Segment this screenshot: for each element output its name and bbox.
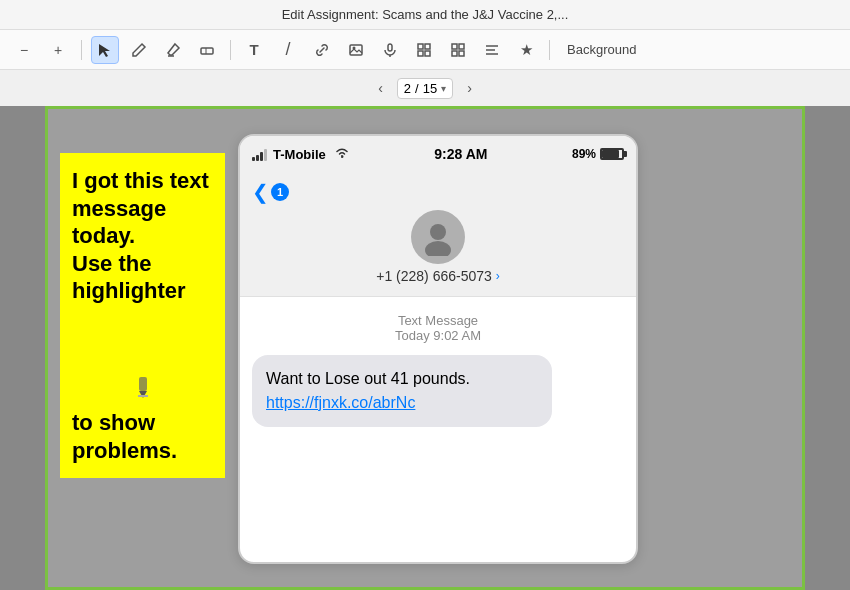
highlighter-tool-button[interactable] bbox=[159, 36, 187, 64]
nav-bar: ‹ 2 / 15 ▾ › bbox=[0, 70, 850, 106]
back-chevron-icon: ❮ bbox=[252, 180, 269, 204]
svg-rect-18 bbox=[139, 377, 147, 391]
message-meta: Text Message Today 9:02 AM bbox=[252, 313, 624, 343]
svg-rect-5 bbox=[388, 44, 392, 51]
page-selector[interactable]: 2 / 15 ▾ bbox=[397, 78, 453, 99]
pen-tool-button[interactable] bbox=[125, 36, 153, 64]
svg-rect-12 bbox=[459, 44, 464, 49]
highlighter-icon bbox=[165, 42, 181, 58]
zoom-in-button[interactable]: + bbox=[44, 36, 72, 64]
shapes-icon bbox=[416, 42, 432, 58]
title-text: Edit Assignment: Scams and the J&J Vacci… bbox=[282, 7, 569, 22]
phone-header-top: ❮ 1 bbox=[252, 180, 624, 204]
total-pages: 15 bbox=[423, 81, 437, 96]
current-page: 2 bbox=[404, 81, 411, 96]
svg-rect-13 bbox=[452, 51, 457, 56]
svg-rect-14 bbox=[459, 51, 464, 56]
text-tool-button[interactable]: T bbox=[240, 36, 268, 64]
toolbar: − + T / bbox=[0, 30, 850, 70]
star-tool-button[interactable]: ★ bbox=[512, 36, 540, 64]
status-time: 9:28 AM bbox=[434, 146, 487, 162]
signal-bar-3 bbox=[260, 152, 263, 161]
select-tool-button[interactable] bbox=[91, 36, 119, 64]
message-area: Text Message Today 9:02 AM Want to Lose … bbox=[240, 297, 636, 497]
pen-icon bbox=[131, 42, 147, 58]
image-icon bbox=[348, 42, 364, 58]
page-separator: / bbox=[415, 81, 419, 96]
chevron-down-icon: ▾ bbox=[441, 83, 446, 94]
grid-icon bbox=[450, 42, 466, 58]
message-type: Text Message bbox=[252, 313, 624, 328]
message-date: Today 9:02 AM bbox=[252, 328, 624, 343]
signal-bar-2 bbox=[256, 155, 259, 161]
next-page-button[interactable]: › bbox=[461, 78, 478, 98]
phone-status-bar: T-Mobile 9:28 AM 89% bbox=[240, 136, 636, 172]
eraser-icon bbox=[199, 42, 215, 58]
message-link[interactable]: https://fjnxk.co/abrNc bbox=[266, 394, 415, 411]
shapes-tool-button[interactable] bbox=[410, 36, 438, 64]
align-icon bbox=[484, 42, 500, 58]
contact-name: +1 (228) 666-5073 › bbox=[376, 268, 500, 284]
svg-rect-11 bbox=[452, 44, 457, 49]
phone-mockup: T-Mobile 9:28 AM 89% bbox=[238, 134, 638, 564]
wifi-icon bbox=[334, 146, 350, 163]
title-bar: Edit Assignment: Scams and the J&J Vacci… bbox=[0, 0, 850, 30]
svg-point-21 bbox=[430, 224, 446, 240]
message-bubble: Want to Lose out 41 pounds. https://fjnx… bbox=[252, 355, 552, 427]
status-left: T-Mobile bbox=[252, 146, 350, 163]
yellow-note-bottom-text: to show problems. bbox=[72, 409, 213, 464]
grid-tool-button[interactable] bbox=[444, 36, 472, 64]
image-tool-button[interactable] bbox=[342, 36, 370, 64]
back-count-badge: 1 bbox=[271, 183, 289, 201]
canvas-area: I got this text message today.Use the hi… bbox=[0, 106, 850, 590]
zoom-out-button[interactable]: − bbox=[10, 36, 38, 64]
toolbar-separator-3 bbox=[549, 40, 550, 60]
eraser-tool-button[interactable] bbox=[193, 36, 221, 64]
yellow-note-top-text: I got this text message today.Use the hi… bbox=[72, 167, 213, 365]
toolbar-separator-1 bbox=[81, 40, 82, 60]
highlighter-pen-icon bbox=[129, 373, 157, 401]
battery-icon bbox=[600, 148, 624, 160]
yellow-note: I got this text message today.Use the hi… bbox=[60, 153, 225, 478]
contact-detail-chevron-icon: › bbox=[496, 269, 500, 283]
battery-fill bbox=[602, 150, 619, 158]
carrier-name: T-Mobile bbox=[273, 147, 326, 162]
line-tool-button[interactable]: / bbox=[274, 36, 302, 64]
signal-bar-1 bbox=[252, 157, 255, 161]
align-tool-button[interactable] bbox=[478, 36, 506, 64]
battery-percentage: 89% bbox=[572, 147, 596, 161]
back-button[interactable]: ❮ 1 bbox=[252, 180, 289, 204]
signal-bars-icon bbox=[252, 147, 267, 161]
background-label: Background bbox=[567, 42, 636, 57]
svg-rect-10 bbox=[425, 51, 430, 56]
avatar-icon bbox=[419, 218, 457, 256]
svg-rect-1 bbox=[201, 48, 213, 54]
svg-rect-9 bbox=[418, 51, 423, 56]
toolbar-separator-2 bbox=[230, 40, 231, 60]
prev-page-button[interactable]: ‹ bbox=[372, 78, 389, 98]
signal-bar-4 bbox=[264, 149, 267, 161]
svg-rect-20 bbox=[138, 395, 148, 397]
phone-header: ❮ 1 +1 (228) 666-5073 › bbox=[240, 172, 636, 297]
svg-rect-3 bbox=[350, 45, 362, 55]
cursor-icon bbox=[97, 42, 113, 58]
svg-rect-8 bbox=[425, 44, 430, 49]
slide-container: I got this text message today.Use the hi… bbox=[45, 106, 805, 590]
status-right: 89% bbox=[572, 147, 624, 161]
link-tool-button[interactable] bbox=[308, 36, 336, 64]
svg-rect-7 bbox=[418, 44, 423, 49]
mic-icon bbox=[382, 42, 398, 58]
svg-point-22 bbox=[425, 241, 451, 256]
contact-avatar bbox=[411, 210, 465, 264]
mic-tool-button[interactable] bbox=[376, 36, 404, 64]
link-icon bbox=[314, 42, 330, 58]
message-text-before-link: Want to Lose out 41 pounds. bbox=[266, 370, 470, 387]
contact-phone-number: +1 (228) 666-5073 bbox=[376, 268, 492, 284]
highlighter-icon-area bbox=[72, 373, 213, 401]
